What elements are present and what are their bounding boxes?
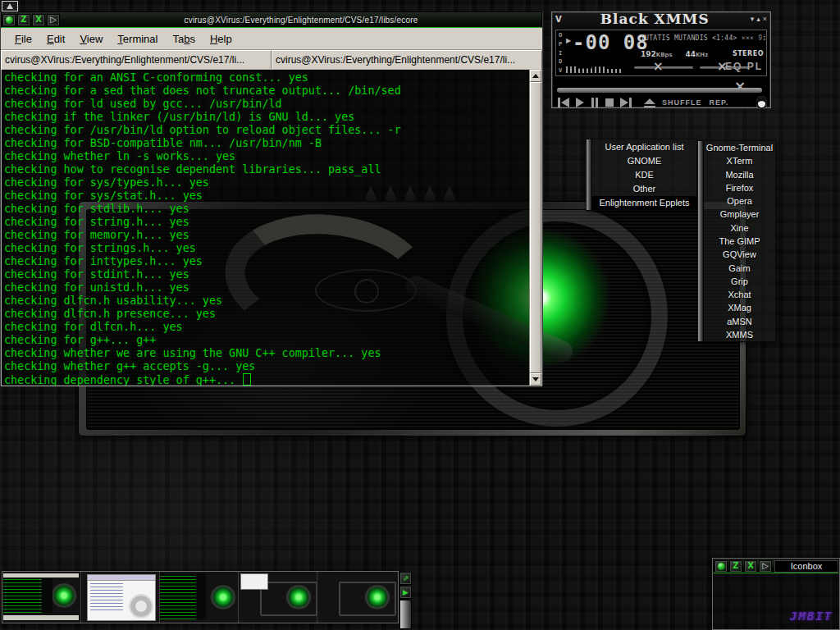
terminal-scrollbar[interactable] [529,70,541,386]
mini-eye-icon [50,583,78,608]
application-menu-item[interactable]: aMSN [704,314,775,327]
window-iconify-button[interactable]: Z [729,560,742,573]
clutterbar-letter[interactable]: D [557,58,564,65]
menubar-item[interactable]: Edit [39,30,72,48]
terminal-output[interactable]: checking for an ANSI C-conforming const.… [2,70,529,386]
category-menu-item[interactable]: KDE [592,167,696,181]
application-menu-item[interactable]: Grip [704,275,775,288]
close-x-icon: X [35,16,42,24]
application-menu-item[interactable]: Gmplayer [704,208,775,221]
iconbox-title: Iconbox [774,560,838,573]
terminal-tab[interactable]: cvirus@XVirus:/Everything/Enlightenment/… [272,50,542,70]
menubar-item[interactable]: Tabs [165,30,202,48]
iconbox-titlebar[interactable]: Z X ▷ Iconbox [713,559,839,573]
volume-knob-icon[interactable]: × [653,61,664,73]
application-menu-item[interactable]: Firefox [704,181,775,194]
terminal-cursor [243,373,251,386]
application-menu-item[interactable]: Gaim [704,261,775,274]
iconbox-window: Z X ▷ Iconbox JMBIT [712,558,840,630]
category-menu-item[interactable]: Other [592,182,696,196]
application-menu-item[interactable]: XMMS [704,328,775,341]
category-menu-item[interactable]: User Application list [592,139,696,153]
terminal-line: checking for sys/stat.h... yes [4,189,529,203]
xmms-shade-button[interactable]: ▾ [751,16,755,23]
scroll-up-button[interactable] [530,70,541,82]
application-menu-item[interactable]: The GIMP [704,235,775,248]
clutterbar-letter[interactable]: I [557,50,564,57]
pager-next-button[interactable]: ▶ [399,586,412,599]
eq-pl-buttons[interactable]: EQ PL [725,61,763,72]
eject-icon [644,98,655,104]
terminal-line: checking dlfcn.h usability... yes [4,294,529,308]
pager-desktop-5[interactable] [317,572,396,623]
repeat-toggle[interactable]: REP. [710,98,729,107]
previous-button[interactable] [557,97,569,108]
application-menu-item[interactable]: Opera [704,194,775,208]
category-menu-item[interactable]: GNOME [592,153,696,167]
window-close-button[interactable]: X [744,560,757,573]
prev-triangle-icon [561,98,569,107]
mini-window [240,573,268,590]
menubar-item[interactable]: File [7,30,39,48]
seek-bar[interactable] [557,88,762,93]
clutterbar-letter[interactable]: P [557,41,564,48]
eq-button[interactable]: EQ [725,61,742,72]
menubar-item[interactable]: View [72,30,110,48]
stop-button[interactable] [605,97,614,108]
xmms-time-display[interactable]: -00 08 [573,31,649,54]
scrollbar-thumb[interactable] [530,82,541,373]
application-menu-item[interactable]: GQView [704,248,775,261]
window-sphere-button[interactable] [714,560,728,573]
pager-zoom-button[interactable]: ⬀ [399,572,412,585]
application-menu-item[interactable]: XTerm [704,154,775,167]
volume-slider[interactable] [634,66,693,69]
menu-drag-handle[interactable] [698,141,704,341]
application-menu-item[interactable]: Xine [704,221,775,235]
mini-browser-window [87,574,156,621]
xmms-close-button[interactable]: × [763,16,767,23]
pl-button[interactable]: PL [747,61,763,72]
menubar-item[interactable]: Terminal [110,30,165,48]
xmms-player: V Black XMMS ▾ ▴ × OPIDV ▶ -00 08 IUTATI… [551,11,771,108]
desktop-corner-icon[interactable] [2,1,18,11]
terminal-titlebar[interactable]: Z X ▷ cvirus@XVirus:/Everything/Enlighte… [1,11,542,28]
mini-eye-icon [285,585,313,609]
mini-browser-header [88,575,155,581]
pager-desktop-4[interactable] [239,572,317,623]
spectrum-analyzer[interactable] [566,62,623,73]
pause-bar1-icon [591,98,594,107]
pager-desktop-3[interactable] [160,572,239,623]
xmms-minimize-button[interactable]: ▴ [756,16,760,23]
play-button[interactable] [576,97,584,108]
menubar-item[interactable]: Help [203,30,240,48]
window-iconify-button[interactable]: Z [17,14,30,26]
window-sphere-button[interactable] [2,14,16,26]
clutterbar-letter[interactable]: O [557,32,564,39]
shuffle-toggle[interactable]: SHUFFLE [662,98,702,107]
terminal-tab[interactable]: cvirus@XVirus:/Everything/Enlightenment/… [1,50,272,70]
category-menu-item[interactable]: Enlightenment Epplets [592,196,696,210]
eject-button[interactable] [644,97,655,108]
application-menu-item[interactable]: Xchat [704,288,775,301]
xmms-titlebar[interactable]: V Black XMMS ▾ ▴ × [552,12,770,26]
window-menu-button[interactable]: ▷ [47,14,60,26]
window-close-button[interactable]: X [32,14,45,26]
play-icon [576,98,584,107]
pager-desktop-1[interactable] [2,572,81,623]
pager-desktop-2[interactable] [81,572,160,623]
scroll-down-button[interactable] [530,373,541,386]
application-menu-item[interactable]: XMag [704,301,775,314]
terminal-line: checking for inttypes.h... yes [4,255,529,268]
window-menu-button[interactable]: ▷ [759,560,772,573]
clutterbar-letter[interactable]: V [557,67,564,74]
menu-drag-handle[interactable] [587,139,592,210]
pause-button[interactable] [591,97,599,108]
application-menu-item[interactable]: Mozilla [704,168,775,181]
xmms-menu-button[interactable]: V [555,15,562,24]
pager-grip-handle[interactable] [399,600,412,629]
application-menu-item[interactable]: Gnome-Terminal [704,141,775,154]
iconify-z-icon: Z [21,16,26,24]
next-button[interactable] [620,97,632,108]
xmms-clutterbar[interactable]: OPIDV [557,31,564,75]
terminal-window: Z X ▷ cvirus@XVirus:/Everything/Enlighte… [0,11,543,386]
